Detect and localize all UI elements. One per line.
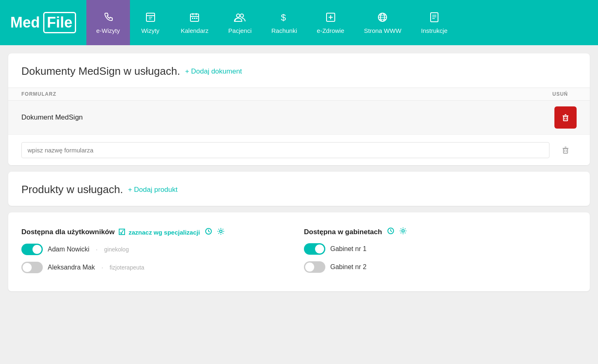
nav-item-kalendarz[interactable]: Kalendarz <box>171 0 219 45</box>
logo-med: Med <box>10 14 40 31</box>
cabinets-history-icon[interactable] <box>387 227 394 237</box>
delete-document-button-0[interactable] <box>554 106 577 129</box>
nav-item-wizyty[interactable]: Wizyty <box>130 0 171 45</box>
new-document-input[interactable] <box>21 142 549 158</box>
add-product-link[interactable]: + Dodaj produkt <box>128 186 178 194</box>
kalendarz-icon <box>189 12 200 25</box>
nav-label-e-zdrowie: e-Zdrowie <box>317 27 344 34</box>
svg-rect-26 <box>563 116 568 121</box>
documents-card: Dokumenty MedSign w usługach. + Dodaj do… <box>8 53 590 165</box>
users-history-icon[interactable] <box>205 228 212 237</box>
trash-icon-new <box>561 145 570 154</box>
svg-rect-9 <box>194 18 195 19</box>
user-toggle-1[interactable] <box>21 262 43 273</box>
svg-rect-31 <box>563 149 568 153</box>
pacjenci-icon <box>234 12 246 25</box>
svg-rect-22 <box>431 13 438 22</box>
documents-title: Dokumenty MedSign w usługach. <box>21 65 180 78</box>
svg-point-12 <box>240 14 243 17</box>
strona-www-icon <box>377 12 388 25</box>
svg-rect-8 <box>192 18 193 19</box>
availability-card: Dostępna dla użytkowników ☑ zaznacz wg s… <box>8 212 590 291</box>
col-formularz-header: FORMULARZ <box>21 91 544 97</box>
cabinets-section: Dostępna w gabinetach <box>304 227 577 280</box>
user-row-0: Adam Nowicki · ginekolog <box>21 244 294 255</box>
cabinets-title-text: Dostępna w gabinetach <box>304 228 382 236</box>
add-document-link[interactable]: + Dodaj dokument <box>185 67 242 76</box>
users-settings-icon[interactable] <box>217 228 225 237</box>
nav-label-strona-www: Strona WWW <box>364 27 401 34</box>
rachunki-icon: $ <box>278 12 290 25</box>
svg-rect-10 <box>196 18 197 19</box>
users-checkbox-icon[interactable]: ☑ <box>118 227 125 237</box>
user-name-1: Aleksandra Mak <box>48 264 95 271</box>
main-content: Dokumenty MedSign w usługach. + Dodaj do… <box>0 45 598 364</box>
logo-file-icon: File <box>43 12 76 33</box>
user-spec-1: fizjoterapeuta <box>110 264 144 271</box>
user-row-1: Aleksandra Mak · fizjoterapeuta <box>21 262 294 273</box>
nav-item-e-zdrowie[interactable]: e-Zdrowie <box>307 0 354 45</box>
logo-area: Med File <box>0 0 86 45</box>
cabinets-section-title: Dostępna w gabinetach <box>304 227 577 237</box>
trash-icon-0 <box>561 113 570 122</box>
products-title: Produkty w usługach. <box>21 183 123 196</box>
nav-item-instrukcje[interactable]: Instrukcje <box>411 0 457 45</box>
products-card: Produkty w usługach. + Dodaj produkt <box>8 172 590 206</box>
svg-line-42 <box>391 231 392 232</box>
cabinet-row-1: Gabinet nr 2 <box>304 261 577 273</box>
cabinets-settings-icon[interactable] <box>399 227 407 237</box>
instrukcje-icon <box>429 12 440 25</box>
cabinet-name-1: Gabinet nr 2 <box>330 263 366 271</box>
svg-line-38 <box>209 231 210 232</box>
nav-item-pacjenci[interactable]: Pacjenci <box>218 0 262 45</box>
nav-item-rachunki[interactable]: $ Rachunki <box>262 0 307 45</box>
cabinet-name-0: Gabinet nr 1 <box>330 245 366 253</box>
wizyty-icon <box>145 12 156 25</box>
nav-label-rachunki: Rachunki <box>271 27 297 34</box>
delete-new-document-button[interactable] <box>554 139 577 161</box>
document-row-0: Dokument MedSign <box>8 101 590 135</box>
nav-label-instrukcje: Instrukcje <box>421 27 447 34</box>
nav-label-e-wizyty: e-Wizyty <box>96 27 120 34</box>
user-spec-0: ginekolog <box>104 246 129 253</box>
user-name-0: Adam Nowicki <box>48 246 89 253</box>
specjalizacja-link[interactable]: zaznacz wg specjalizacji <box>129 229 200 236</box>
svg-point-11 <box>236 14 240 17</box>
e-wizyty-icon <box>102 12 114 25</box>
e-zdrowie-icon <box>325 12 336 25</box>
nav-item-e-wizyty[interactable]: e-Wizyty <box>86 0 130 45</box>
main-nav: e-Wizyty Wizyty <box>86 0 598 45</box>
nav-label-pacjenci: Pacjenci <box>228 27 252 34</box>
cabinet-toggle-0[interactable] <box>304 243 325 255</box>
nav-item-strona-www[interactable]: Strona WWW <box>354 0 411 45</box>
cabinet-toggle-1[interactable] <box>304 261 325 273</box>
users-title-text: Dostępna dla użytkowników <box>21 228 115 236</box>
users-section-title: Dostępna dla użytkowników ☑ zaznacz wg s… <box>21 227 294 237</box>
document-name-0: Dokument MedSign <box>21 113 554 122</box>
user-toggle-0[interactable] <box>21 244 43 255</box>
documents-card-header: Dokumenty MedSign w usługach. + Dodaj do… <box>8 53 590 88</box>
svg-point-39 <box>220 230 222 233</box>
col-usun-header: USUŃ <box>544 91 577 97</box>
documents-table-header: FORMULARZ USUŃ <box>8 88 590 101</box>
app-logo: Med File <box>10 12 76 33</box>
users-section: Dostępna dla użytkowników ☑ zaznacz wg s… <box>21 227 294 280</box>
nav-label-kalendarz: Kalendarz <box>181 27 209 34</box>
new-document-row <box>8 135 590 165</box>
availability-grid: Dostępna dla użytkowników ☑ zaznacz wg s… <box>21 227 577 280</box>
cabinet-row-0: Gabinet nr 1 <box>304 243 577 255</box>
svg-text:$: $ <box>281 12 286 23</box>
nav-label-wizyty: Wizyty <box>141 27 159 34</box>
svg-point-43 <box>402 230 404 232</box>
products-card-header: Produkty w usługach. + Dodaj produkt <box>8 172 590 206</box>
app-header: Med File e-Wizyty Wizyty <box>0 0 598 45</box>
